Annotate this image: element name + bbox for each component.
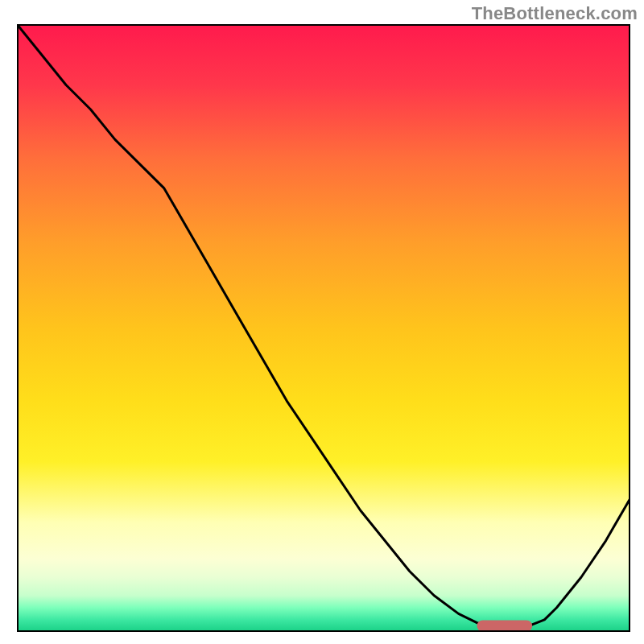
chart-container: TheBottleneck.com: [0, 0, 644, 644]
attribution-text: TheBottleneck.com: [472, 3, 638, 24]
sweet-spot-marker: [477, 621, 533, 632]
bottleneck-curve: [17, 24, 630, 626]
plot-area: [17, 24, 630, 632]
curve-svg: [17, 24, 630, 632]
